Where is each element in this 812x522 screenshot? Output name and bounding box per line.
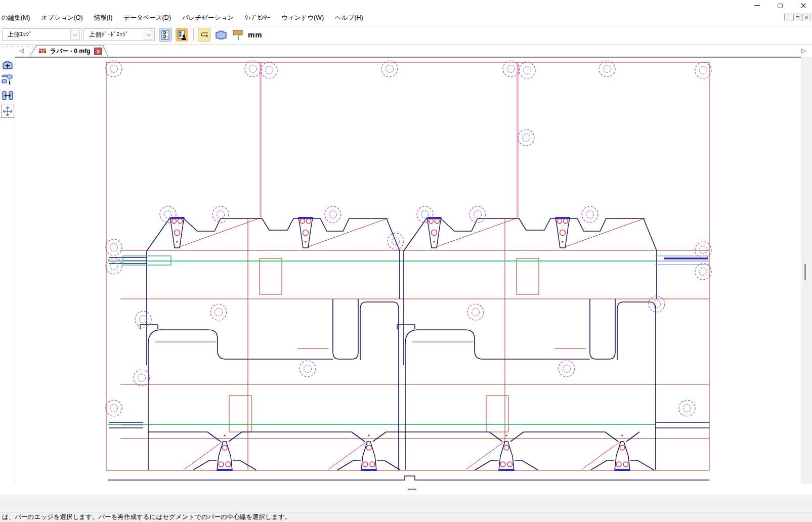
board-spacing-button[interactable] (2, 90, 14, 102)
menu-window[interactable]: ウィンドウ(W) (276, 11, 329, 25)
menu-palletization[interactable]: パレチゼーション (177, 11, 239, 25)
menu-help[interactable]: ヘルプ(H) (329, 11, 369, 25)
pin-tool-button[interactable] (231, 28, 244, 41)
edge-select-value: 上側ｴｯｼﾞ (3, 30, 69, 39)
board-info-icon: i (2, 74, 14, 88)
document-tab[interactable]: ラバー - 0 mfg x (29, 45, 108, 57)
mdi-restore-button[interactable] (793, 14, 801, 21)
tab-scroll-left-button[interactable]: ◁ (19, 47, 24, 55)
pan-move-button[interactable] (2, 105, 14, 117)
maximize-icon (778, 4, 783, 8)
minimize-icon (754, 5, 760, 6)
apply-checklist-button[interactable] (159, 28, 172, 41)
cad-canvas[interactable] (15, 57, 801, 484)
add-board-button[interactable] (2, 60, 14, 72)
mdi-restore-icon (796, 16, 799, 19)
status-bar: は、バーのエッジを選択します。バーを再作成するにはセグメントでのバーの中心線を選… (0, 512, 812, 522)
window-minimize-button[interactable] (752, 1, 761, 10)
user-checklist-button[interactable] (176, 28, 188, 41)
mdi-minimize-button[interactable] (784, 14, 792, 21)
menu-info[interactable]: 情報(I) (89, 11, 118, 25)
menu-database[interactable]: データベース(D) (118, 11, 177, 25)
window-close-button[interactable] (799, 1, 808, 10)
checklist-icon (161, 30, 169, 40)
window-maximize-button[interactable] (776, 1, 785, 10)
menu-edit[interactable]: の編集(M) (0, 11, 36, 25)
board-icon (215, 30, 227, 39)
toolbar-separator (193, 28, 194, 41)
menu-web-center[interactable]: ｳｪﾌﾞｾﾝﾀｰ (239, 11, 276, 25)
title-bar (0, 0, 812, 11)
board-edge-select-combobox[interactable]: 上側ﾎﾞｰﾄﾞｴｯｼﾞ (83, 28, 155, 41)
board-edge-select-value: 上側ﾎﾞｰﾄﾞｴｯｼﾞ (84, 30, 143, 39)
checklist-user-icon (178, 30, 187, 40)
board-spacing-icon (2, 91, 14, 102)
toolbar: 上側ｴｯｼﾞ 上側ﾎﾞｰﾄﾞｴｯｼﾞ (0, 25, 812, 45)
menu-bar: の編集(M) オプション(O) 情報(I) データベース(D) パレチゼーション… (0, 11, 812, 25)
vertical-scrollbar[interactable] (801, 57, 812, 484)
panel-board-button[interactable] (215, 28, 227, 41)
mdi-minimize-icon (787, 19, 790, 20)
tab-scroll-right-button[interactable]: ▷ (801, 47, 806, 55)
pin-icon (232, 29, 244, 41)
pan-move-icon (3, 106, 13, 116)
add-board-icon (2, 61, 13, 71)
unit-label: mm (248, 30, 263, 39)
edge-select-combobox[interactable]: 上側ｴｯｼﾞ (2, 28, 81, 41)
tab-label: ラバー - 0 mfg (50, 47, 90, 56)
menu-options[interactable]: オプション(O) (36, 11, 89, 25)
lower-panel (0, 495, 812, 512)
mdi-close-button[interactable]: ✕ (802, 14, 810, 21)
swap-direction-button[interactable] (198, 28, 210, 41)
swap-arrow-icon (200, 32, 209, 38)
panel-doc-icon (39, 49, 46, 54)
svg-text:i: i (9, 78, 11, 86)
left-tool-sidebar: i (0, 57, 15, 484)
chevron-down-icon[interactable] (144, 30, 153, 39)
vertical-scroll-thumb[interactable] (804, 264, 806, 280)
panel-drawing (15, 58, 801, 484)
horizontal-scroll-thumb[interactable] (408, 489, 416, 490)
close-icon (800, 3, 806, 9)
tab-bar: ◁ ラバー - 0 mfg x ▷ (0, 45, 812, 57)
status-message: は、バーのエッジを選択します。バーを再作成するにはセグメントでのバーの中心線を選… (0, 512, 812, 522)
board-info-button[interactable]: i (2, 75, 14, 87)
tab-close-button[interactable]: x (94, 48, 102, 55)
horizontal-scrollbar[interactable] (15, 484, 801, 495)
chevron-down-icon[interactable] (70, 30, 80, 39)
